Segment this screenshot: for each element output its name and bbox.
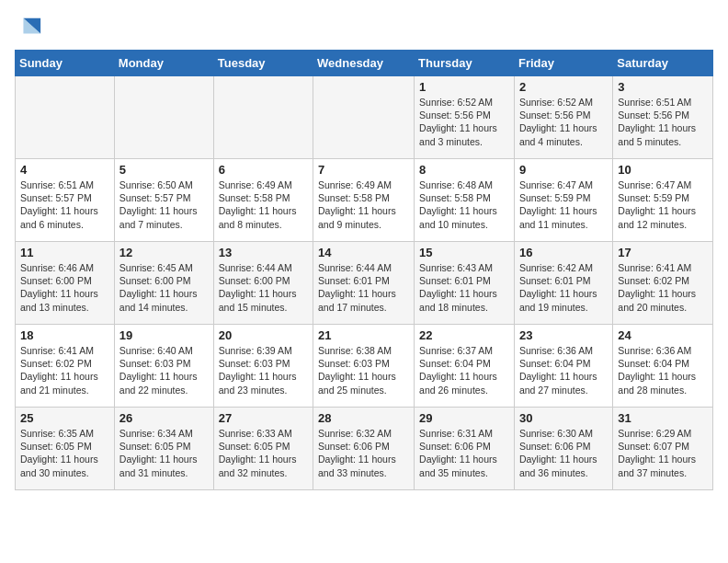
calendar-cell: 17Sunrise: 6:41 AM Sunset: 6:02 PM Dayli… <box>613 242 713 325</box>
day-number: 5 <box>119 163 209 177</box>
calendar-cell: 10Sunrise: 6:47 AM Sunset: 5:59 PM Dayli… <box>613 159 713 242</box>
calendar-week-row: 18Sunrise: 6:41 AM Sunset: 6:02 PM Dayli… <box>16 325 713 408</box>
day-number: 3 <box>618 80 708 94</box>
calendar-cell: 19Sunrise: 6:40 AM Sunset: 6:03 PM Dayli… <box>114 325 213 408</box>
calendar-cell: 11Sunrise: 6:46 AM Sunset: 6:00 PM Dayli… <box>16 242 115 325</box>
calendar-cell <box>16 76 115 159</box>
page-header <box>15 15 713 40</box>
logo <box>15 15 42 40</box>
day-info: Sunrise: 6:50 AM Sunset: 5:57 PM Dayligh… <box>119 178 209 231</box>
calendar-cell: 13Sunrise: 6:44 AM Sunset: 6:00 PM Dayli… <box>213 242 313 325</box>
day-number: 22 <box>419 328 509 342</box>
day-info: Sunrise: 6:52 AM Sunset: 5:56 PM Dayligh… <box>419 96 509 148</box>
day-info: Sunrise: 6:49 AM Sunset: 5:58 PM Dayligh… <box>318 178 409 231</box>
day-number: 8 <box>419 163 509 177</box>
calendar-cell: 24Sunrise: 6:36 AM Sunset: 6:04 PM Dayli… <box>613 325 713 408</box>
calendar-cell <box>213 76 313 159</box>
calendar-cell: 23Sunrise: 6:36 AM Sunset: 6:04 PM Dayli… <box>514 325 612 408</box>
day-info: Sunrise: 6:36 AM Sunset: 6:04 PM Dayligh… <box>618 344 708 396</box>
calendar-cell: 5Sunrise: 6:50 AM Sunset: 5:57 PM Daylig… <box>114 159 213 242</box>
calendar-cell: 1Sunrise: 6:52 AM Sunset: 5:56 PM Daylig… <box>415 76 515 159</box>
day-number: 31 <box>618 411 708 425</box>
calendar-header-row: SundayMondayTuesdayWednesdayThursdayFrid… <box>16 51 713 76</box>
day-number: 25 <box>20 411 109 425</box>
day-info: Sunrise: 6:39 AM Sunset: 6:03 PM Dayligh… <box>219 344 308 396</box>
day-info: Sunrise: 6:40 AM Sunset: 6:03 PM Dayligh… <box>119 344 209 396</box>
calendar-cell: 3Sunrise: 6:51 AM Sunset: 5:56 PM Daylig… <box>613 76 713 159</box>
day-number: 26 <box>119 411 209 425</box>
day-info: Sunrise: 6:46 AM Sunset: 6:00 PM Dayligh… <box>20 261 109 314</box>
day-info: Sunrise: 6:38 AM Sunset: 6:03 PM Dayligh… <box>318 344 409 396</box>
day-info: Sunrise: 6:44 AM Sunset: 6:00 PM Dayligh… <box>219 261 308 314</box>
calendar-cell: 14Sunrise: 6:44 AM Sunset: 6:01 PM Dayli… <box>313 242 415 325</box>
day-number: 19 <box>119 328 209 342</box>
day-number: 28 <box>318 411 409 425</box>
day-number: 30 <box>519 411 608 425</box>
day-info: Sunrise: 6:48 AM Sunset: 5:58 PM Dayligh… <box>419 178 509 231</box>
header-monday: Monday <box>114 51 213 76</box>
header-sunday: Sunday <box>16 51 115 76</box>
calendar-cell: 6Sunrise: 6:49 AM Sunset: 5:58 PM Daylig… <box>213 159 313 242</box>
calendar-cell: 31Sunrise: 6:29 AM Sunset: 6:07 PM Dayli… <box>613 408 713 490</box>
day-number: 6 <box>219 163 308 177</box>
day-info: Sunrise: 6:42 AM Sunset: 6:01 PM Dayligh… <box>519 261 608 314</box>
day-info: Sunrise: 6:37 AM Sunset: 6:04 PM Dayligh… <box>419 344 509 396</box>
day-number: 21 <box>318 328 409 342</box>
day-number: 15 <box>419 246 509 259</box>
day-info: Sunrise: 6:31 AM Sunset: 6:06 PM Dayligh… <box>419 427 509 479</box>
logo-icon <box>17 15 42 40</box>
calendar-cell: 16Sunrise: 6:42 AM Sunset: 6:01 PM Dayli… <box>514 242 612 325</box>
day-number: 20 <box>219 328 308 342</box>
calendar-cell: 27Sunrise: 6:33 AM Sunset: 6:05 PM Dayli… <box>213 408 313 490</box>
calendar-week-row: 25Sunrise: 6:35 AM Sunset: 6:05 PM Dayli… <box>16 408 713 490</box>
calendar-cell: 29Sunrise: 6:31 AM Sunset: 6:06 PM Dayli… <box>415 408 515 490</box>
header-thursday: Thursday <box>415 51 515 76</box>
day-info: Sunrise: 6:47 AM Sunset: 5:59 PM Dayligh… <box>519 178 608 231</box>
day-number: 29 <box>419 411 509 425</box>
day-number: 14 <box>318 246 409 259</box>
day-number: 10 <box>618 163 708 177</box>
day-number: 17 <box>618 246 708 259</box>
calendar-cell: 12Sunrise: 6:45 AM Sunset: 6:00 PM Dayli… <box>114 242 213 325</box>
day-number: 13 <box>219 246 308 259</box>
calendar-cell: 26Sunrise: 6:34 AM Sunset: 6:05 PM Dayli… <box>114 408 213 490</box>
day-number: 18 <box>20 328 109 342</box>
day-info: Sunrise: 6:30 AM Sunset: 6:06 PM Dayligh… <box>519 427 608 479</box>
day-info: Sunrise: 6:32 AM Sunset: 6:06 PM Dayligh… <box>318 427 409 479</box>
day-info: Sunrise: 6:41 AM Sunset: 6:02 PM Dayligh… <box>618 261 708 314</box>
calendar-cell <box>114 76 213 159</box>
header-friday: Friday <box>514 51 612 76</box>
day-info: Sunrise: 6:43 AM Sunset: 6:01 PM Dayligh… <box>419 261 509 314</box>
calendar-cell: 25Sunrise: 6:35 AM Sunset: 6:05 PM Dayli… <box>16 408 115 490</box>
day-number: 12 <box>119 246 209 259</box>
calendar-cell: 2Sunrise: 6:52 AM Sunset: 5:56 PM Daylig… <box>514 76 612 159</box>
day-info: Sunrise: 6:45 AM Sunset: 6:00 PM Dayligh… <box>119 261 209 314</box>
calendar-cell: 21Sunrise: 6:38 AM Sunset: 6:03 PM Dayli… <box>313 325 415 408</box>
header-wednesday: Wednesday <box>313 51 415 76</box>
day-info: Sunrise: 6:29 AM Sunset: 6:07 PM Dayligh… <box>618 427 708 479</box>
day-info: Sunrise: 6:35 AM Sunset: 6:05 PM Dayligh… <box>20 427 109 479</box>
day-info: Sunrise: 6:44 AM Sunset: 6:01 PM Dayligh… <box>318 261 409 314</box>
calendar-cell <box>313 76 415 159</box>
day-info: Sunrise: 6:49 AM Sunset: 5:58 PM Dayligh… <box>219 178 308 231</box>
calendar-cell: 22Sunrise: 6:37 AM Sunset: 6:04 PM Dayli… <box>415 325 515 408</box>
header-saturday: Saturday <box>613 51 713 76</box>
day-info: Sunrise: 6:51 AM Sunset: 5:56 PM Dayligh… <box>618 96 708 148</box>
calendar-week-row: 11Sunrise: 6:46 AM Sunset: 6:00 PM Dayli… <box>16 242 713 325</box>
day-number: 9 <box>519 163 608 177</box>
day-number: 2 <box>519 80 608 94</box>
day-number: 16 <box>519 246 608 259</box>
day-info: Sunrise: 6:34 AM Sunset: 6:05 PM Dayligh… <box>119 427 209 479</box>
day-number: 1 <box>419 80 509 94</box>
day-number: 27 <box>219 411 308 425</box>
day-info: Sunrise: 6:36 AM Sunset: 6:04 PM Dayligh… <box>519 344 608 396</box>
header-tuesday: Tuesday <box>213 51 313 76</box>
calendar-cell: 7Sunrise: 6:49 AM Sunset: 5:58 PM Daylig… <box>313 159 415 242</box>
calendar-table: SundayMondayTuesdayWednesdayThursdayFrid… <box>15 50 713 490</box>
day-number: 23 <box>519 328 608 342</box>
day-info: Sunrise: 6:51 AM Sunset: 5:57 PM Dayligh… <box>20 178 109 231</box>
calendar-cell: 20Sunrise: 6:39 AM Sunset: 6:03 PM Dayli… <box>213 325 313 408</box>
calendar-cell: 28Sunrise: 6:32 AM Sunset: 6:06 PM Dayli… <box>313 408 415 490</box>
day-number: 7 <box>318 163 409 177</box>
calendar-cell: 4Sunrise: 6:51 AM Sunset: 5:57 PM Daylig… <box>16 159 115 242</box>
